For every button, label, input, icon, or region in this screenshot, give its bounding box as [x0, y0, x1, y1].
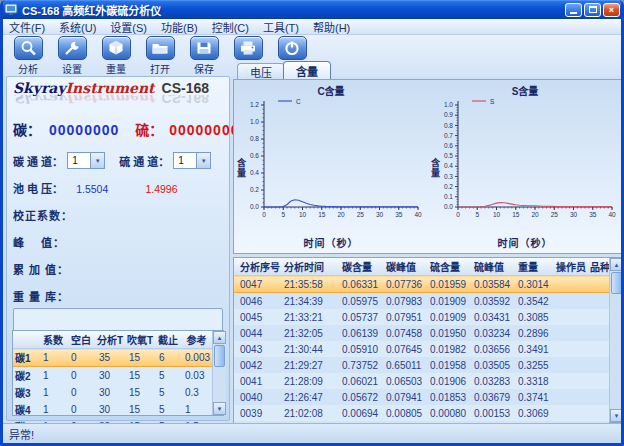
svg-text:0.3: 0.3	[444, 173, 453, 180]
table-row[interactable]: 碳110351560.003	[13, 349, 212, 367]
brand-logo-reflection: SkyrayInstrumentCS-168	[13, 95, 223, 105]
table-row[interactable]: 004221:29:270.737520.650110.019580.03505…	[234, 357, 609, 373]
save-button[interactable]: 保存	[185, 36, 223, 76]
svg-text:0.4: 0.4	[444, 162, 453, 169]
column-header[interactable]: 截止	[155, 331, 181, 349]
table-row[interactable]: 碳410301551	[13, 401, 212, 418]
exit-icon	[278, 36, 307, 60]
svg-text:0.2: 0.2	[250, 186, 259, 193]
column-header[interactable]: 系数	[39, 331, 67, 349]
svg-text:C: C	[296, 98, 301, 105]
left-panel: SkyrayInstrumentCS-168 SkyrayInstrumentC…	[6, 76, 230, 421]
tab-content[interactable]: 含量	[283, 61, 331, 79]
chart-title: S含量	[428, 80, 622, 95]
svg-text:0.1: 0.1	[444, 193, 453, 200]
scroll-down-icon[interactable]: ▼	[610, 409, 623, 422]
svg-text:S: S	[490, 98, 495, 105]
save-icon	[190, 36, 219, 60]
brand-name: Skyray	[13, 80, 66, 96]
print-icon	[234, 36, 263, 60]
svg-text:35: 35	[395, 211, 403, 218]
column-header[interactable]: 品种	[584, 258, 609, 276]
menu-bar: 文件(F)系统(U)设置(S)功能(B)控制(C)工具(T)帮助(H)	[3, 19, 621, 35]
scroll-up-icon[interactable]: ▲	[610, 258, 623, 271]
svg-text:0.5: 0.5	[444, 152, 453, 159]
column-header[interactable]: 分析T	[95, 331, 125, 349]
scroll-up-icon[interactable]: ▲	[213, 331, 226, 344]
results-scrollbar[interactable]: ▲ ▼	[609, 258, 623, 422]
column-header[interactable]	[13, 331, 39, 349]
svg-text:0: 0	[262, 211, 266, 218]
menu-item-2[interactable]: 设置(S)	[110, 19, 147, 35]
menu-item-3[interactable]: 功能(B)	[161, 19, 198, 35]
column-header[interactable]: 空白	[67, 331, 95, 349]
scroll-down-icon[interactable]: ▼	[213, 402, 226, 415]
weight-button[interactable]: 重量	[97, 36, 135, 76]
cell-voltage-row: 池 电 压： 1.5504 1.4996	[13, 180, 223, 196]
column-header[interactable]: 硫峰值	[468, 258, 512, 276]
tab-voltage[interactable]: 电压	[237, 63, 285, 79]
svg-text:5: 5	[475, 211, 479, 218]
brand-name-2: Instrument	[66, 80, 155, 96]
close-button[interactable]: ×	[603, 3, 620, 17]
scrollbar-thumb[interactable]	[214, 345, 225, 367]
menu-item-0[interactable]: 文件(F)	[9, 19, 45, 35]
table-row[interactable]: 004721:35:580.063310.077360.019590.03584…	[234, 276, 609, 293]
y-axis-label: 含量	[235, 158, 248, 178]
table-row[interactable]: 004321:30:440.059100.076450.019820.03656…	[234, 341, 609, 357]
chevron-down-icon[interactable]: ▼	[90, 153, 104, 168]
open-button[interactable]: 打开	[141, 36, 179, 76]
column-header[interactable]: 分析时间	[278, 258, 336, 276]
toolbar-label: 重量	[106, 61, 126, 76]
column-header[interactable]: 吹氧T	[125, 331, 155, 349]
menu-item-6[interactable]: 帮助(H)	[313, 19, 350, 35]
svg-text:0.6: 0.6	[444, 142, 453, 149]
column-header[interactable]: 分析序号	[234, 258, 278, 276]
svg-text:0.0: 0.0	[250, 203, 259, 210]
app-window: CS-168 高频红外碳硫分析仪 × 文件(F)系统(U)设置(S)功能(B)控…	[0, 0, 624, 446]
model-number: CS-168	[162, 80, 209, 96]
analyze-button[interactable]: 分析	[9, 36, 47, 76]
x-axis-label: 时间（秒）	[428, 235, 622, 250]
table-row[interactable]: 004021:26:470.056720.079410.018530.03679…	[234, 389, 609, 405]
menu-item-4[interactable]: 控制(C)	[212, 19, 249, 35]
toolbar-label: 打开	[150, 61, 170, 76]
table-row[interactable]: 碳210301550.03	[13, 367, 212, 385]
sulfur-channel-select[interactable]: 1 ▼	[173, 152, 211, 169]
table-row[interactable]: 碳310301550.3	[13, 384, 212, 401]
maximize-button[interactable]	[584, 3, 601, 17]
settings-button[interactable]: 设置	[53, 36, 91, 76]
column-header[interactable]: 操作员	[550, 258, 584, 276]
svg-text:10: 10	[493, 211, 501, 218]
menu-item-5[interactable]: 工具(T)	[263, 19, 299, 35]
column-header[interactable]: 硫含量	[424, 258, 468, 276]
svg-text:0.7: 0.7	[444, 132, 453, 139]
table-row[interactable]: 004621:34:390.059750.079830.019090.03592…	[234, 293, 609, 310]
column-header[interactable]: 碳峰值	[380, 258, 424, 276]
svg-text:30: 30	[570, 211, 578, 218]
svg-text:0.9: 0.9	[444, 111, 453, 118]
chevron-down-icon[interactable]: ▼	[196, 153, 210, 168]
table-row[interactable]: 003921:02:080.006940.008050.000800.00153…	[234, 405, 609, 421]
table-row[interactable]: 004121:28:090.060210.065030.019060.03283…	[234, 373, 609, 389]
channel-row: 碳 通 道： 1 ▼ 硫 通 道： 1 ▼	[13, 152, 223, 169]
column-header[interactable]: 重量	[512, 258, 550, 276]
svg-text:15: 15	[318, 211, 326, 218]
svg-text:10: 10	[299, 211, 307, 218]
status-text: 异常!	[9, 426, 34, 442]
scrollbar-thumb[interactable]	[611, 272, 622, 294]
carbon-channel-select[interactable]: 1 ▼	[67, 152, 105, 169]
svg-text:25: 25	[357, 211, 365, 218]
settings-scrollbar[interactable]: ▲ ▼	[212, 331, 226, 415]
column-header[interactable]: 碳含量	[336, 258, 380, 276]
table-row[interactable]: 004421:32:050.061390.074580.019500.03234…	[234, 325, 609, 341]
column-header[interactable]: 参考	[181, 331, 212, 349]
svg-text:20: 20	[531, 211, 539, 218]
settings-icon	[58, 36, 87, 60]
chart-area: C含量 0.00.20.40.60.81.01.2051015202530354…	[233, 79, 623, 254]
minimize-button[interactable]	[565, 3, 582, 17]
menu-item-1[interactable]: 系统(U)	[59, 19, 96, 35]
table-row[interactable]: 004521:33:210.057370.079510.019090.03431…	[234, 309, 609, 325]
svg-text:0.2: 0.2	[444, 183, 453, 190]
brand-logo: SkyrayInstrumentCS-168	[13, 81, 223, 96]
